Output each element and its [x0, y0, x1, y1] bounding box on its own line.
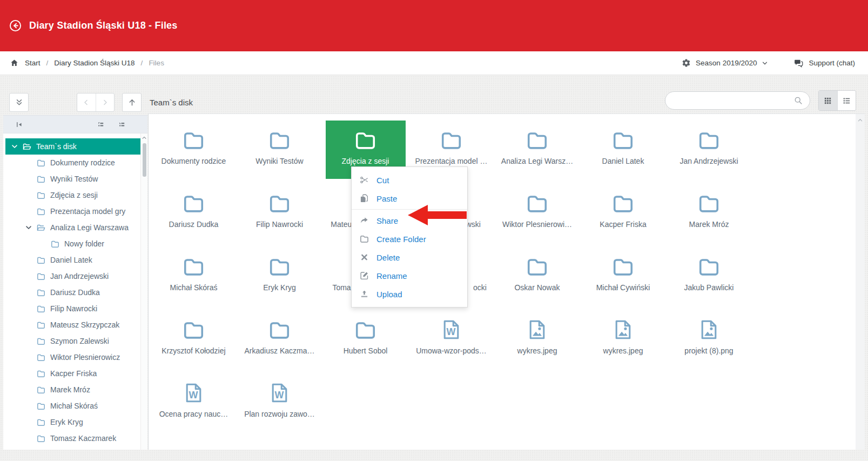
file-item-wykres-jpeg[interactable]: wykres.jpeg	[497, 310, 577, 369]
file-item-label: wykres.jpeg	[517, 346, 557, 355]
menu-item-paste[interactable]: Paste	[352, 189, 467, 208]
tree-item-szymon-zalewski[interactable]: Szymon Zalewski	[5, 333, 140, 349]
tree-expand-icon[interactable]	[118, 121, 126, 129]
chevron-right-icon	[101, 98, 109, 106]
tree-item-dokumenty-rodzice[interactable]: Dokumenty rodzice	[5, 155, 140, 171]
file-item-hubert-sobol[interactable]: Hubert Sobol	[326, 310, 406, 369]
tree-item-wiktor-plesnierowicz[interactable]: Wiktor Plesnierowicz	[5, 349, 140, 365]
file-item-label: Wyniki Testów	[255, 157, 303, 165]
file-item-label: Analiza Legi Warsz…	[501, 157, 573, 165]
file-item-marek-mroz[interactable]: Marek Mróz	[669, 184, 749, 242]
sidebar-header	[3, 115, 147, 133]
menu-item-label: Rename	[376, 271, 407, 280]
cut-icon	[359, 175, 369, 185]
up-folder-button[interactable]	[122, 93, 142, 112]
tree-item-label: Prezentacja model gry	[50, 207, 125, 216]
tree-item-wyniki-testow[interactable]: Wyniki Testów	[5, 171, 140, 187]
folder-icon	[36, 191, 46, 200]
chevron-down-icon[interactable]	[762, 60, 768, 66]
collapse-toolbar-button[interactable]	[9, 93, 29, 112]
file-item-jakub-pawlicki[interactable]: Jakub Pawlicki	[669, 247, 749, 305]
scrollbar-thumb[interactable]	[143, 143, 146, 177]
file-item-analiza-legi-warsz[interactable]: Analiza Legi Warsz…	[497, 121, 577, 179]
file-item-filip-nawrocki[interactable]: Filip Nawrocki	[240, 184, 320, 242]
main-scrollbar[interactable]	[856, 114, 865, 450]
file-item-dariusz-dudka[interactable]: Dariusz Dudka	[154, 184, 234, 242]
file-item-ocena-pracy-nauc[interactable]: WOcena pracy nauc…	[154, 373, 234, 432]
menu-item-rename[interactable]: Rename	[352, 266, 467, 285]
file-item-label: Oskar Nowak	[514, 283, 560, 292]
home-icon[interactable]	[10, 58, 19, 68]
support-chat-link[interactable]: Support (chat)	[809, 59, 855, 67]
tree-item-daniel-latek[interactable]: Daniel Latek	[5, 252, 140, 268]
scroll-up-icon[interactable]	[142, 135, 147, 141]
caret-down-icon[interactable]	[11, 143, 18, 150]
list-view-button[interactable]	[837, 91, 856, 110]
file-word-icon: W	[183, 380, 205, 405]
file-item-arkadiusz-kaczma[interactable]: Arkadiusz Kaczma…	[240, 310, 320, 369]
tree-item-label: Jan Andrzejewski	[50, 272, 109, 280]
file-item-krzysztof-ko-odziej[interactable]: Krzysztof Kołodziej	[154, 310, 234, 369]
file-item-umowa-wzor-pods[interactable]: WUmowa-wzor-pods…	[412, 310, 492, 369]
file-item-label: Michał Cywiński	[596, 283, 650, 292]
file-item-wiktor-plesnierowi[interactable]: Wiktor Plesnierowi…	[497, 184, 577, 242]
file-item-wyniki-testow[interactable]: Wyniki Testów	[240, 121, 320, 179]
file-item-jan-andrzejewski[interactable]: Jan Andrzejewski	[669, 121, 749, 179]
breadcrumb-diary[interactable]: Diary Stadion Śląski U18	[54, 59, 134, 67]
file-item-label: Dokumenty rodzice	[162, 157, 226, 165]
file-item-label: Zdjęcia z sesji	[342, 157, 389, 165]
tree-item-eryk-kryg[interactable]: Eryk Kryg	[5, 414, 140, 430]
tree-item-micha-skoras[interactable]: Michał Skóraś	[5, 398, 140, 414]
tree-item-team-s-disk[interactable]: Team`s disk	[5, 138, 140, 155]
back-nav-button[interactable]	[77, 93, 96, 111]
breadcrumb-bar: Start / Diary Stadion Śląski U18 / Files…	[0, 51, 868, 75]
search-input[interactable]	[674, 96, 793, 105]
breadcrumb-start[interactable]: Start	[25, 59, 41, 67]
tree-item-marek-mroz[interactable]: Marek Mróz	[5, 382, 140, 398]
tree-collapse-icon[interactable]	[97, 121, 105, 129]
tree-item-prezentacja-model-gry[interactable]: Prezentacja model gry	[5, 203, 140, 219]
tree-item-kacper-friska[interactable]: Kacper Friska	[5, 365, 140, 382]
tree-item-mateusz-skrzypczak[interactable]: Mateusz Skrzypczak	[5, 317, 140, 333]
tree-item-zdjecia-z-sesji[interactable]: Zdjęcia z sesji	[5, 187, 140, 203]
file-item-micha-cywinski[interactable]: Michał Cywiński	[583, 247, 663, 305]
file-item-micha-skoras[interactable]: Michał Skóraś	[154, 247, 234, 305]
tree-item-jan-andrzejewski[interactable]: Jan Andrzejewski	[5, 268, 140, 284]
file-item-dokumenty-rodzice[interactable]: Dokumenty rodzice	[154, 121, 234, 179]
caret-down-icon[interactable]	[25, 224, 32, 231]
grid-view-button[interactable]	[819, 91, 837, 110]
search-icon[interactable]	[793, 96, 803, 105]
forward-nav-button[interactable]	[96, 93, 114, 111]
grid-cell: Oskar Nowak	[494, 247, 580, 310]
file-item-projekt-8-png[interactable]: projekt (8).png	[669, 310, 749, 369]
panel-collapse-icon[interactable]	[15, 121, 23, 129]
folder-open-icon	[22, 142, 32, 151]
tree-item-nowy-folder[interactable]: Nowy folder	[5, 236, 140, 252]
menu-item-create-folder[interactable]: Create Folder	[352, 230, 467, 248]
menu-item-delete[interactable]: Delete	[352, 248, 467, 266]
file-item-wykres-jpeg[interactable]: wykres.jpeg	[583, 310, 663, 369]
file-item-oskar-nowak[interactable]: Oskar Nowak	[497, 247, 577, 305]
menu-item-label: Paste	[376, 194, 397, 203]
scroll-up-icon[interactable]	[857, 117, 863, 123]
menu-item-share[interactable]: Share	[352, 211, 467, 230]
folder-icon	[181, 317, 206, 342]
file-item-label: ocki	[473, 283, 487, 292]
season-selector[interactable]: Season 2019/2020	[696, 59, 757, 67]
file-item-eryk-kryg[interactable]: Eryk Kryg	[240, 247, 320, 305]
file-image-icon	[526, 317, 548, 342]
menu-item-upload[interactable]: Upload	[352, 285, 467, 303]
grid-cell: Wiktor Plesnierowi…	[494, 184, 580, 247]
tree-item-label: Wiktor Plesnierowicz	[50, 353, 120, 362]
file-item-plan-rozwoju-zawo[interactable]: WPlan rozwoju zawo…	[240, 373, 320, 432]
file-item-kacper-friska[interactable]: Kacper Friska	[583, 184, 663, 242]
menu-item-cut[interactable]: Cut	[352, 171, 467, 189]
file-item-label: Jan Andrzejewski	[679, 157, 738, 165]
file-item-daniel-latek[interactable]: Daniel Latek	[583, 121, 663, 179]
tree-item-dariusz-dudka[interactable]: Dariusz Dudka	[5, 284, 140, 300]
sidebar-scrollbar[interactable]	[140, 133, 147, 450]
tree-item-analiza-legi-warszawa[interactable]: Analiza Legi Warszawa	[5, 219, 140, 236]
tree-item-tomasz-kaczmarek[interactable]: Tomasz Kaczmarek	[5, 430, 140, 446]
tree-item-filip-nawrocki[interactable]: Filip Nawrocki	[5, 300, 140, 317]
back-icon[interactable]	[9, 19, 22, 32]
